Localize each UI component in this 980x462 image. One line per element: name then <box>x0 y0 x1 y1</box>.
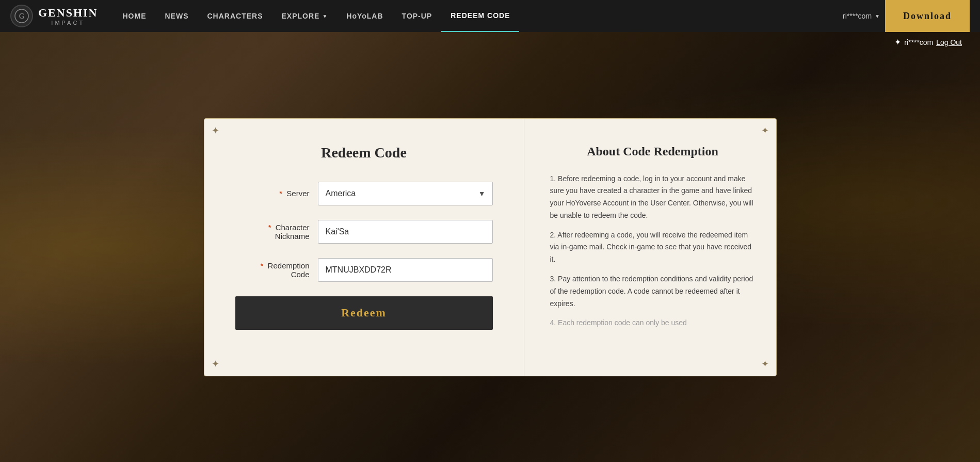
modal-right-panel: About Code Redemption 1. Before redeemin… <box>524 119 776 376</box>
form-row-nickname: * CharacterNickname <box>235 220 493 244</box>
nav-link-hoyolab[interactable]: HoYoLAB <box>337 0 392 32</box>
instruction-1: 1. Before redeeming a code, log in to yo… <box>550 173 756 222</box>
modal-corner-bl: ✦ <box>212 358 219 370</box>
redeem-button[interactable]: Redeem <box>235 296 493 330</box>
modal-right-title: About Code Redemption <box>550 145 756 158</box>
server-label: * Server <box>235 189 318 198</box>
svg-text:G: G <box>19 12 24 20</box>
nickname-input[interactable] <box>318 220 493 244</box>
redemption-code-input[interactable] <box>318 258 493 282</box>
user-dropdown-icon: ▼ <box>875 13 880 19</box>
nav-user[interactable]: ri****com ▼ <box>843 12 880 20</box>
code-label: * RedemptionCode <box>235 261 318 279</box>
logo-main-text: GENSHIN <box>38 6 98 20</box>
nav-link-topup[interactable]: TOP-UP <box>393 0 442 32</box>
nav-link-explore[interactable]: EXPLORE ▼ <box>272 0 337 32</box>
user-bar-username: ri****com <box>904 38 933 46</box>
modal-left-title: Redeem Code <box>235 145 493 161</box>
redeem-modal: ✦ ✦ Redeem Code * Server America Europe … <box>204 118 777 376</box>
user-bar: ✦ ri****com Log Out <box>887 32 970 52</box>
logo-icon: G <box>10 5 33 27</box>
nickname-label: * CharacterNickname <box>235 223 318 241</box>
server-select-wrapper: America Europe Asia TW, HK, MO ▼ <box>318 182 493 205</box>
nav-username: ri****com <box>843 12 872 20</box>
nav-link-news[interactable]: NEWS <box>155 0 198 32</box>
instruction-2: 2. After redeeming a code, you will rece… <box>550 229 756 266</box>
modal-corner-br: ✦ <box>761 358 769 370</box>
nav-logo: G GENSHIN IMPACT <box>10 5 98 27</box>
navbar: G GENSHIN IMPACT HOME NEWS CHARACTERS EX… <box>0 0 980 32</box>
required-star-server: * <box>279 189 282 198</box>
form-row-server: * Server America Europe Asia TW, HK, MO … <box>235 182 493 205</box>
modal-overlay: ✦ ✦ Redeem Code * Server America Europe … <box>0 32 980 462</box>
instruction-4: 4. Each redemption code can only be used <box>550 317 756 329</box>
logo-sub-text: IMPACT <box>38 20 98 26</box>
instructions-body: 1. Before redeeming a code, log in to yo… <box>550 173 756 330</box>
form-row-code: * RedemptionCode <box>235 258 493 282</box>
logo-text-block: GENSHIN IMPACT <box>38 6 98 26</box>
explore-label: EXPLORE <box>281 12 319 20</box>
nav-right: ri****com ▼ Download <box>843 0 970 32</box>
instruction-3: 3. Pay attention to the redemption condi… <box>550 273 756 310</box>
user-bar-star: ✦ <box>894 37 901 47</box>
nav-link-home[interactable]: HOME <box>113 0 155 32</box>
nav-links: HOME NEWS CHARACTERS EXPLORE ▼ HoYoLAB T… <box>113 0 843 32</box>
nav-link-characters[interactable]: CHARACTERS <box>198 0 272 32</box>
nav-link-redeem-code[interactable]: REDEEM CODE <box>441 0 519 32</box>
required-star-code: * <box>261 261 264 270</box>
server-select[interactable]: America Europe Asia TW, HK, MO <box>318 182 493 205</box>
logout-link[interactable]: Log Out <box>936 38 962 46</box>
explore-dropdown-icon: ▼ <box>322 13 328 19</box>
required-star-nickname: * <box>268 223 271 232</box>
download-button[interactable]: Download <box>885 0 970 32</box>
modal-left-panel: Redeem Code * Server America Europe Asia… <box>204 119 524 376</box>
